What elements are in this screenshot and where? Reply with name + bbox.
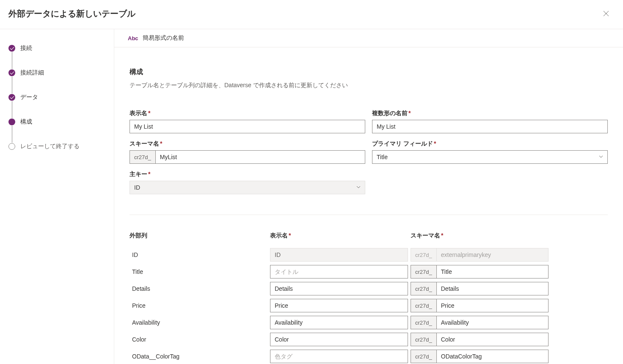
display-name-label: 表示名* (130, 110, 365, 117)
text-type-icon: Abc (128, 35, 138, 41)
column-row: Titlecr27d_ (130, 265, 608, 279)
wizard-step[interactable]: 接続 (8, 44, 105, 52)
column-display-name-input[interactable] (270, 316, 408, 329)
external-column-name: Color (130, 336, 267, 343)
column-schema-name-input[interactable] (436, 316, 549, 329)
wizard-step-label: 接続詳細 (20, 69, 44, 77)
check-icon (8, 45, 15, 52)
column-row: Availabilitycr27d_ (130, 316, 608, 329)
main-panel: Abc 簡易形式の名前 構成 テーブル名とテーブル列の詳細を、Dataverse… (114, 29, 623, 364)
external-column-header: 外部列 (130, 232, 267, 240)
close-icon (603, 11, 609, 17)
step-connector (12, 126, 12, 143)
column-display-name-input (270, 248, 408, 262)
column-schema-name-input[interactable] (436, 282, 549, 295)
schema-prefix: cr27d_ (411, 333, 436, 346)
schema-prefix: cr27d_ (411, 282, 436, 295)
section-description: テーブル名とテーブル列の詳細を、Dataverse で作成される前に更新してくだ… (130, 82, 608, 89)
current-step-icon (8, 119, 15, 125)
external-column-name: Price (130, 302, 267, 309)
plural-name-label: 複数形の名前* (372, 110, 608, 117)
column-schema-name-input[interactable] (436, 333, 549, 346)
wizard-step[interactable]: データ (8, 94, 105, 101)
wizard-step[interactable]: 構成 (8, 118, 105, 126)
schema-prefix: cr27d_ (411, 248, 436, 262)
schema-prefix: cr27d_ (411, 265, 436, 279)
column-row: Colorcr27d_ (130, 333, 608, 346)
schema-name-label: スキーマ名* (130, 140, 365, 148)
external-column-name: Details (130, 285, 267, 292)
primary-key-select: ID (130, 181, 365, 194)
dialog-header: 外部データによる新しいテーブル (0, 0, 623, 29)
wizard-step[interactable]: 接続詳細 (8, 69, 105, 77)
schema-name-column-header: スキーマ名* (411, 232, 549, 240)
section-title: 構成 (130, 68, 608, 77)
wizard-step-label: レビューして終了する (20, 143, 80, 150)
external-column-name: Availability (130, 319, 267, 326)
primary-field-label: プライマリ フィールド* (372, 140, 608, 148)
schema-prefix: cr27d_ (411, 350, 436, 363)
schema-name-input[interactable] (155, 150, 365, 164)
dialog-title: 外部データによる新しいテーブル (8, 8, 135, 19)
check-icon (8, 69, 15, 76)
schema-prefix: cr27d_ (411, 299, 436, 312)
primary-field-select[interactable]: Title (372, 150, 608, 164)
display-name-column-header: 表示名* (270, 232, 408, 240)
column-schema-name-input[interactable] (436, 350, 549, 363)
divider (130, 215, 608, 215)
external-column-name: Title (130, 268, 267, 275)
close-button[interactable] (599, 7, 613, 20)
column-schema-name-input (436, 248, 549, 262)
column-display-name-input[interactable] (270, 299, 408, 312)
column-display-name-input[interactable] (270, 265, 408, 279)
column-display-name-input[interactable] (270, 282, 408, 295)
column-row: OData__ColorTagcr27d_ (130, 350, 608, 363)
external-column-name: OData__ColorTag (130, 353, 267, 360)
step-connector (12, 77, 12, 94)
schema-prefix: cr27d_ (411, 316, 436, 329)
wizard-sidebar: 接続接続詳細データ構成レビューして終了する (0, 29, 114, 364)
wizard-step-label: 接続 (20, 44, 32, 52)
column-row: Pricecr27d_ (130, 299, 608, 312)
wizard-step-label: 構成 (20, 118, 32, 126)
step-connector (12, 52, 12, 69)
display-name-input[interactable] (130, 120, 365, 133)
column-display-name-input[interactable] (270, 333, 408, 346)
check-icon (8, 94, 15, 101)
wizard-step-label: データ (20, 94, 38, 101)
pending-step-icon (8, 143, 15, 150)
schema-prefix: cr27d_ (130, 150, 155, 164)
column-row: Detailscr27d_ (130, 282, 608, 295)
column-display-name-input[interactable] (270, 350, 408, 363)
breadcrumb: Abc 簡易形式の名前 (114, 29, 623, 47)
column-schema-name-input[interactable] (436, 299, 549, 312)
column-row: IDcr27d_ (130, 248, 608, 262)
step-connector (12, 101, 12, 118)
primary-key-label: 主キー* (130, 171, 365, 178)
column-schema-name-input[interactable] (436, 265, 549, 279)
wizard-step[interactable]: レビューして終了する (8, 143, 105, 150)
plural-name-input[interactable] (372, 120, 608, 133)
external-column-name: ID (130, 251, 267, 258)
breadcrumb-label: 簡易形式の名前 (143, 34, 184, 42)
